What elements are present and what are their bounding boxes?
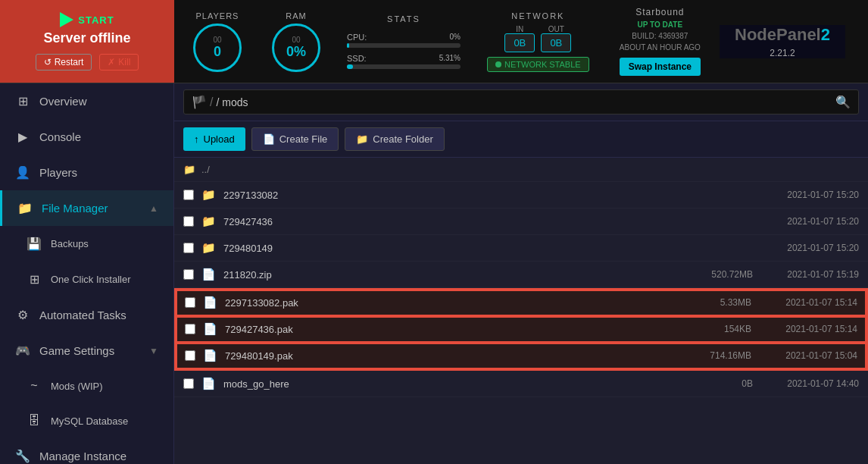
start-button[interactable]: START: [60, 12, 114, 27]
file-checkbox[interactable]: [185, 297, 195, 308]
file-item[interactable]: 📄729427436.pak154KB2021-01-07 15:14: [176, 316, 866, 343]
file-checkbox[interactable]: [183, 269, 194, 280]
back-row[interactable]: 📁 ../: [174, 158, 868, 182]
sidebar-label-tasks: Automated Tasks: [39, 309, 126, 321]
sidebar-label-players: Players: [39, 166, 77, 179]
file-name: mods_go_here: [223, 378, 685, 390]
folder-icon: 📁: [201, 188, 216, 202]
sidebar-item-mysql[interactable]: 🗄 MySQL Database: [0, 403, 173, 438]
sidebar-item-players[interactable]: 👤 Players: [0, 155, 173, 190]
restart-button[interactable]: ↺ Restart: [36, 54, 92, 71]
ram-value: 0%: [286, 44, 306, 60]
file-item[interactable]: 📁7294801492021-01-07 15:20: [174, 235, 868, 262]
file-item[interactable]: 📄211820.zip520.72MB2021-01-07 15:19: [174, 262, 868, 288]
players-gauge: PLAYERS 00 0: [182, 11, 253, 72]
sidebar-item-overview[interactable]: ⊞ Overview: [0, 83, 173, 119]
file-icon: 📄: [203, 349, 217, 362]
create-file-button[interactable]: 📄 Create File: [251, 127, 339, 151]
build-info: BUILD: 4369387: [632, 32, 688, 40]
sidebar-item-file-manager[interactable]: 📁 File Manager ▲: [0, 190, 173, 226]
network-title: NETWORK: [511, 11, 564, 20]
cpu-bar-fill: [347, 43, 349, 48]
sidebar-item-mods[interactable]: ~ Mods (WIP): [0, 368, 173, 403]
stats-title: STATS: [347, 14, 461, 24]
file-item[interactable]: 📄2297133082.pak5.33MB2021-01-07 15:14: [176, 290, 866, 316]
players-value: 0: [214, 44, 221, 60]
sidebar-label-file-manager: File Manager: [42, 202, 108, 215]
ssd-stat: SSD: 5.31%: [347, 54, 461, 69]
upload-icon: ↑: [194, 133, 199, 145]
file-item[interactable]: 📁7294274362021-01-07 15:20: [174, 208, 868, 235]
file-date: 2021-01-07 15:19: [760, 269, 859, 280]
chevron-down-icon: ▼: [149, 346, 158, 356]
ssd-bar-bg: [347, 64, 461, 69]
stable-dot: [495, 61, 501, 67]
swap-instance-button[interactable]: Swap Instance: [620, 58, 701, 76]
create-folder-button[interactable]: 📁 Create Folder: [345, 127, 444, 151]
sidebar-item-manage-instance[interactable]: 🔧 Manage Instance: [0, 438, 173, 464]
folder-icon: 📁: [17, 201, 33, 215]
action-bar: ↑ Upload 📄 Create File 📁 Create Folder: [174, 121, 868, 158]
network-in: IN 0B: [504, 25, 535, 52]
players-icon: 👤: [15, 165, 30, 180]
file-size: 520.72MB: [692, 269, 753, 280]
kill-button[interactable]: ✗ Kill: [99, 54, 139, 71]
file-icon: 📄: [203, 296, 217, 309]
file-checkbox[interactable]: [185, 324, 195, 334]
tasks-icon: ⚙: [15, 308, 30, 322]
server-offline-text: Server offline: [43, 30, 130, 46]
file-size: 0B: [692, 378, 753, 389]
sidebar-label-console: Console: [39, 130, 81, 143]
file-checkbox[interactable]: [183, 216, 194, 227]
path-separator: /: [210, 96, 213, 109]
search-icon[interactable]: 🔍: [835, 95, 851, 109]
sidebar-item-game-settings[interactable]: 🎮 Game Settings ▼: [0, 333, 173, 368]
upload-button[interactable]: ↑ Upload: [183, 127, 245, 151]
file-checkbox[interactable]: [185, 350, 195, 361]
logo-text: NodePanel2: [735, 25, 830, 44]
file-checkbox[interactable]: [183, 378, 194, 389]
sidebar-label-installer: One Click Installer: [51, 274, 130, 285]
file-item[interactable]: 📁22971330822021-01-07 15:20: [174, 182, 868, 208]
file-size: 154KB: [691, 324, 751, 334]
file-checkbox[interactable]: [183, 190, 194, 200]
path-bar: 🏴 / / mods 🔍: [183, 89, 859, 114]
path-toolbar: 🏴 / / mods 🔍: [174, 83, 868, 121]
cpu-bar-bg: [347, 43, 461, 48]
sidebar: ⊞ Overview ▶ Console 👤 Players 📁 File Ma…: [0, 83, 174, 464]
build-when: ABOUT AN HOUR AGO: [620, 43, 701, 52]
create-folder-icon: 📁: [356, 133, 368, 145]
file-item[interactable]: 📄mods_go_here0B2021-01-07 14:40: [174, 371, 868, 397]
sidebar-item-automated-tasks[interactable]: ⚙ Automated Tasks: [0, 297, 173, 333]
file-name: 729427436.pak: [225, 324, 683, 335]
chevron-up-icon: ▲: [149, 203, 158, 214]
file-date: 2021-01-07 15:14: [759, 324, 857, 334]
version-text: 2.21.2: [735, 48, 830, 58]
backup-icon: 💾: [27, 237, 42, 251]
file-checkbox[interactable]: [183, 243, 194, 253]
file-name: 211820.zip: [223, 269, 685, 281]
file-date: 2021-01-07 15:04: [759, 350, 857, 361]
file-date: 2021-01-07 14:40: [760, 378, 859, 389]
restart-icon: ↺: [44, 57, 52, 67]
in-label: IN: [516, 25, 523, 33]
ssd-value: 5.31%: [439, 54, 461, 63]
cpu-value: 0%: [450, 33, 461, 42]
game-icon: 🎮: [15, 343, 30, 358]
back-folder-icon: 📁: [183, 164, 195, 175]
kill-icon: ✗: [108, 57, 115, 67]
folder-icon: 📁: [201, 241, 216, 255]
start-label: START: [78, 14, 114, 26]
create-file-icon: 📄: [263, 133, 275, 145]
file-item[interactable]: 📄729480149.pak714.16MB2021-01-07 15:04: [176, 343, 866, 369]
out-label: OUT: [548, 25, 564, 33]
file-name: 2297133082: [223, 190, 685, 201]
sidebar-item-one-click-installer[interactable]: ⊞ One Click Installer: [0, 262, 173, 297]
players-sub: 00: [213, 36, 221, 44]
sidebar-item-backups[interactable]: 💾 Backups: [0, 226, 173, 262]
sidebar-item-console[interactable]: ▶ Console: [0, 119, 173, 155]
ram-gauge: RAM 00 0%: [261, 11, 332, 72]
sidebar-label-manage: Manage Instance: [39, 450, 126, 462]
cpu-label: CPU:: [347, 33, 367, 42]
file-name: 2297133082.pak: [225, 297, 683, 309]
